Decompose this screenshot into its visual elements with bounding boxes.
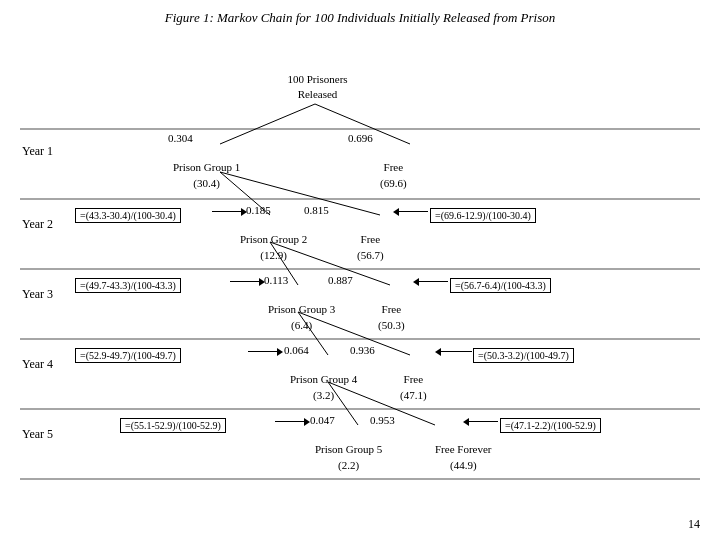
year2-prob-left: 0.185 [246, 204, 271, 216]
svg-line-0 [220, 104, 315, 144]
year3-label: Year 3 [22, 287, 53, 302]
year4-formula-left: =(52.9-49.7)/(100-49.7) [75, 348, 181, 363]
year5-prob-right: 0.953 [370, 414, 395, 426]
year4-formula-right: =(50.3-3.2)/(100-49.7) [473, 348, 574, 363]
page-title: Figure 1: Markov Chain for 100 Individua… [20, 10, 700, 26]
page: Figure 1: Markov Chain for 100 Individua… [0, 0, 720, 540]
year4-free-node: Free (47.1) [400, 357, 427, 403]
year4-prison-node: Prison Group 4 (3.2) [290, 357, 357, 403]
year5-arrow-right [275, 421, 305, 422]
year2-prob-right: 0.815 [304, 204, 329, 216]
year3-prob-left: 0.113 [264, 274, 288, 286]
year4-prob-left: 0.064 [284, 344, 309, 356]
year3-arrow-right [230, 281, 260, 282]
year1-prison-node: Prison Group 1 (30.4) [173, 145, 240, 191]
year1-label: Year 1 [22, 144, 53, 159]
year3-prison-node: Prison Group 3 (6.4) [268, 287, 335, 333]
year5-formula-right: =(47.1-2.2)/(100-52.9) [500, 418, 601, 433]
year1-prob-free: 0.696 [348, 132, 373, 144]
year1-prob-prison: 0.304 [168, 132, 193, 144]
year2-free-node: Free (56.7) [357, 217, 384, 263]
year5-prison-node: Prison Group 5 (2.2) [315, 427, 382, 473]
year3-formula-left: =(49.7-43.3)/(100-43.3) [75, 278, 181, 293]
year5-label: Year 5 [22, 427, 53, 442]
year5-formula-left: =(55.1-52.9)/(100-52.9) [120, 418, 226, 433]
year5-arrow-left [468, 421, 498, 422]
year4-arrow-right [248, 351, 278, 352]
year2-arrow-right [212, 211, 242, 212]
year2-arrow-left [398, 211, 428, 212]
year2-label: Year 2 [22, 217, 53, 232]
year1-free-node: Free (69.6) [380, 145, 407, 191]
year2-formula-left: =(43.3-30.4)/(100-30.4) [75, 208, 181, 223]
year3-formula-right: =(56.7-6.4)/(100-43.3) [450, 278, 551, 293]
year2-formula-right: =(69.6-12.9)/(100-30.4) [430, 208, 536, 223]
root-node: 100 Prisoners Released [260, 72, 375, 103]
year5-prob-left: 0.047 [310, 414, 335, 426]
year4-arrow-left [440, 351, 472, 352]
year2-prison-node: Prison Group 2 (12.9) [240, 217, 307, 263]
page-number: 14 [688, 517, 700, 532]
year4-prob-right: 0.936 [350, 344, 375, 356]
year3-prob-right: 0.887 [328, 274, 353, 286]
year3-free-node: Free (50.3) [378, 287, 405, 333]
year5-free-node: Free Forever (44.9) [435, 427, 492, 473]
year4-label: Year 4 [22, 357, 53, 372]
year3-arrow-left [418, 281, 448, 282]
